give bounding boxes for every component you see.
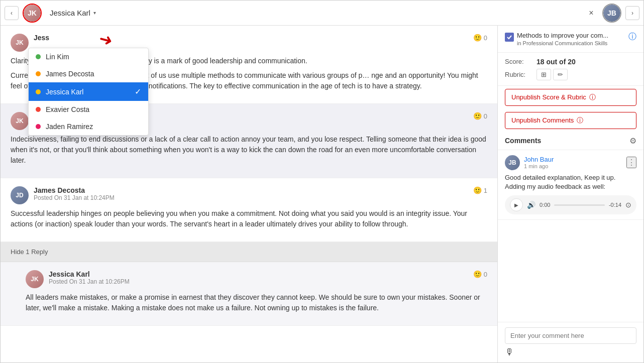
course-name: in Professional Communication Skills [517,40,608,46]
emoji-icon-r2: 🙂 [473,186,482,194]
nested-reply-jessica: JK Jessica Karl Posted On 31 Jan at 10:2… [1,262,497,326]
back-button[interactable]: ‹ [5,6,19,20]
score-row: Score: 18 out of 20 [505,58,636,66]
microphone-button[interactable]: 🎙 [505,347,514,357]
rubric-grid-button[interactable]: ⊞ [536,69,551,80]
audio-time-current: 0:00 [540,202,550,208]
assignment-icon-group: Methods to improve your com... in Profes… [505,32,608,46]
audio-progress-bar[interactable] [554,204,605,206]
assignment-header: Methods to improve your com... in Profes… [498,26,643,53]
nested-jessica-author: Jessica Karl [49,270,468,278]
unpublish-score-info-icon: ⓘ [589,93,596,102]
emoji-icon-nested: 🙂 [473,270,482,278]
assignment-info: Methods to improve your com... in Profes… [505,32,624,46]
dropdown-item-james-decosta[interactable]: James Decosta [29,65,148,82]
assignment-title: Methods to improve your com... [517,32,608,40]
forward-button[interactable]: › [625,6,639,20]
dropdown-item-jessica-karl[interactable]: Jessica Karl ✓ [29,82,148,101]
comment-item-john-baur: JB John Baur 1 min ago ⋮ Good detailed e… [498,150,643,220]
dropdown-arrow-icon: ▾ [93,10,96,16]
rubric-label: Rubric: [505,71,532,78]
dropdown-item-jaden-ramirez[interactable]: Jaden Ramirez [29,118,148,135]
unpublish-comments-info-icon: ⓘ [577,116,583,125]
right-panel: Methods to improve your com... in Profes… [498,26,643,362]
check-icon: ✓ [135,87,141,96]
nested-jessica-body: All leaders make mistakes, or make a pro… [26,292,487,313]
reply-jessica-count: 0 [484,112,487,120]
intro-post-avatar: JK [11,34,29,52]
dropdown-item-exavier-costa[interactable]: Exavier Costa [29,101,148,118]
dropdown-name-james-decosta: James Decosta [46,70,94,78]
nested-jessica-avatar: JK [26,270,44,288]
emoji-icon-intro: 🙂 [473,34,482,42]
unpublish-score-label: Unpublish Score & Rubric [511,93,586,101]
hide-reply-label: Hide 1 Reply [11,248,48,256]
comment-menu-button[interactable]: ⋮ [626,157,636,168]
reply-james-meta: James Decosta Posted On 31 Jan at 10:24P… [34,186,468,201]
assignment-check-icon [505,33,514,42]
reply-james-decosta: JD James Decosta Posted On 31 Jan at 10:… [1,178,497,242]
score-label: Score: [505,58,532,65]
comment-author-name: John Baur [524,156,622,163]
main-content: ➜ Lin Kim James Decosta Jessica Karl ✓ E… [1,26,643,362]
student-selector-dropdown[interactable]: Jessica Karl ▾ [46,7,100,19]
nested-jessica-time: Posted On 31 Jan at 10:26PM [49,278,468,285]
rubric-row: Rubric: ⊞ ✏ [505,69,636,80]
top-bar-right: × JB › [584,4,639,23]
comment-text: Good detailed explanation, Keep it up. A… [505,173,636,191]
rubric-actions: ⊞ ✏ [536,69,568,80]
play-button[interactable]: ▶ [510,198,523,211]
reply-james-body: Successful leadership hinges on people b… [11,208,487,229]
intro-post-count: 0 [484,34,487,42]
reply-james-header: JD James Decosta Posted On 31 Jan at 10:… [11,186,487,204]
reply-james-actions: 🙂 1 [473,186,487,194]
unpublish-score-button[interactable]: Unpublish Score & Rubric ⓘ [505,89,636,106]
avatar-image: JK [24,5,41,22]
instructor-avatar-top: JB [602,4,621,23]
dropdown-name-lin-kim: Lin Kim [46,53,69,61]
audio-fullscreen-button[interactable]: ⊙ [625,201,631,209]
reply-jessica-avatar: JK [11,112,29,130]
score-value: 18 out of 20 [536,58,576,66]
dropdown-name-jaden-ramirez: Jaden Ramirez [46,123,93,131]
hide-reply-bar[interactable]: Hide 1 Reply [1,242,497,262]
intro-post-author: Jess [34,34,468,42]
commenter-avatar: JB [505,155,520,170]
comment-meta: John Baur 1 min ago [524,156,622,169]
audio-time-remaining: -0:14 [609,202,621,208]
comment-input-area: 🎙 [498,322,643,362]
reply-james-time: Posted On 31 Jan at 10:24PM [34,194,468,201]
selected-student-name: Jessica Karl [50,9,90,17]
emoji-icon-r1: 🙂 [473,112,482,120]
discussion-panel: ➜ Lin Kim James Decosta Jessica Karl ✓ E… [1,26,498,362]
student-avatar-top: JK [23,4,42,23]
top-bar: ‹ JK Jessica Karl ▾ × JB › [1,1,643,26]
status-dot-jessica [36,89,41,94]
volume-button[interactable]: 🔊 [527,201,535,209]
assignment-text: Methods to improve your com... in Profes… [517,32,608,46]
comment-time: 1 min ago [524,163,622,169]
comments-title: Comments [505,137,629,145]
status-dot-jaden [36,124,41,129]
dropdown-item-lin-kim[interactable]: Lin Kim [29,48,148,65]
score-section: Score: 18 out of 20 Rubric: ⊞ ✏ [498,53,643,86]
reply-james-count: 1 [484,187,487,194]
rubric-edit-button[interactable]: ✏ [553,69,568,80]
comment-author-row: JB John Baur 1 min ago ⋮ [505,155,636,170]
assignment-info-icon[interactable]: ⓘ [628,32,636,42]
reply-james-avatar: JD [11,186,29,204]
intro-post-meta: Jess [34,34,468,42]
comments-settings-button[interactable]: ⚙ [629,136,636,146]
comment-input-field[interactable] [505,327,636,344]
unpublish-comments-button[interactable]: Unpublish Comments ⓘ [505,112,636,129]
close-button[interactable]: × [584,6,598,20]
instructor-avatar-image: JB [603,5,620,22]
reply-james-author: James Decosta [34,186,468,194]
app-container: ‹ JK Jessica Karl ▾ × JB › ➜ Lin K [0,0,644,363]
status-dot-james [36,71,41,76]
intro-post-actions: 🙂 0 [473,34,487,42]
status-dot-lin [36,54,41,59]
student-dropdown-menu: ➜ Lin Kim James Decosta Jessica Karl ✓ E… [28,48,149,136]
nested-jessica-actions: 🙂 0 [473,270,487,278]
nested-jessica-count: 0 [484,271,487,278]
